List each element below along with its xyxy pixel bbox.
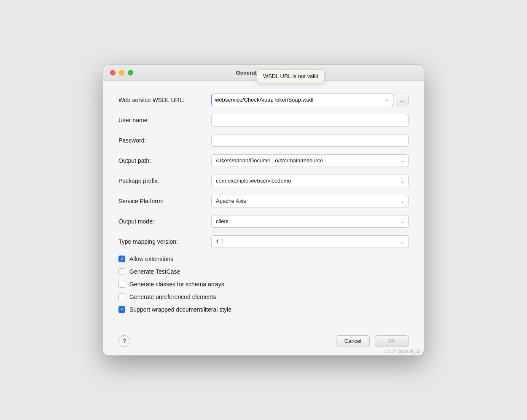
support-wrapped-label: Support wrapped document/literal style — [129, 306, 231, 313]
type-mapping-label: Type mapping version: — [118, 238, 211, 245]
form-content: Web service WSDL URL: ⌄ … User name: Pas… — [103, 81, 424, 330]
support-wrapped-checkbox[interactable] — [118, 306, 125, 313]
generate-unreferenced-checkbox[interactable] — [118, 293, 125, 300]
generate-testcase-label: Generate TestCase — [129, 268, 180, 275]
package-prefix-control: com.example.webservicedemo ⌄ — [211, 175, 409, 187]
service-platform-label: Service Platform: — [118, 198, 211, 205]
allow-extensions-label: Allow extensions — [129, 256, 173, 262]
password-label: Password: — [118, 137, 211, 144]
help-button[interactable]: ? — [118, 335, 130, 347]
wsdl-url-control: ⌄ … — [211, 94, 409, 106]
output-mode-control: client ⌄ — [211, 215, 409, 228]
generate-unreferenced-label: Generate unreferenced elements — [129, 293, 216, 300]
output-mode-label: Output mode: — [118, 218, 211, 225]
ok-button[interactable]: OK — [375, 335, 409, 347]
checkbox-generate-classes-row: Generate classes for schema arrays — [118, 281, 409, 288]
password-input[interactable] — [211, 134, 409, 147]
close-button[interactable] — [110, 70, 116, 75]
output-path-control: /Users/nanan/Docume...o/src/main/resourc… — [211, 154, 409, 167]
service-platform-control: Apache Axis ⌄ — [211, 195, 409, 207]
output-mode-select[interactable]: client — [211, 215, 409, 228]
password-control — [211, 134, 409, 147]
generate-testcase-checkbox[interactable] — [118, 268, 125, 275]
package-prefix-select[interactable]: com.example.webservicedemo — [211, 175, 409, 187]
username-input[interactable] — [211, 114, 409, 127]
checkbox-generate-unreferenced-row: Generate unreferenced elements — [118, 293, 409, 300]
type-mapping-select[interactable]: 1.1 — [211, 235, 409, 248]
generate-classes-label: Generate classes for schema arrays — [129, 281, 224, 288]
type-mapping-control: 1.1 ⌄ — [211, 235, 409, 248]
output-path-label: Output path: — [118, 157, 211, 164]
output-path-select[interactable]: /Users/nanan/Docume...o/src/main/resourc… — [211, 154, 409, 167]
dialog-footer: ? Cancel OK — [103, 330, 424, 355]
checkbox-allow-extensions-row: Allow extensions — [118, 256, 409, 262]
username-row: User name: — [118, 114, 409, 127]
checkbox-support-wrapped-row: Support wrapped document/literal style — [118, 306, 409, 313]
watermark: CSDN @South_BJ — [384, 349, 420, 354]
allow-extensions-checkbox[interactable] — [118, 256, 125, 262]
dialog-window: Generate Java Cod… WSDL URL is not valid… — [103, 65, 424, 355]
footer-buttons: Cancel OK — [336, 335, 409, 347]
traffic-lights — [110, 70, 133, 75]
package-prefix-row: Package prefix: com.example.webservicede… — [118, 175, 409, 187]
checkbox-generate-testcase-row: Generate TestCase — [118, 268, 409, 275]
username-control — [211, 114, 409, 127]
type-mapping-row: Type mapping version: 1.1 ⌄ — [118, 235, 409, 248]
wsdl-url-label: Web service WSDL URL: — [118, 97, 211, 103]
service-platform-row: Service Platform: Apache Axis ⌄ — [118, 195, 409, 207]
wsdl-url-row: Web service WSDL URL: ⌄ … — [118, 94, 409, 106]
browse-button[interactable]: … — [396, 94, 409, 106]
minimize-button[interactable] — [119, 70, 124, 75]
output-path-row: Output path: /Users/nanan/Docume...o/src… — [118, 154, 409, 167]
service-platform-select[interactable]: Apache Axis — [211, 195, 409, 207]
package-prefix-label: Package prefix: — [118, 178, 211, 184]
password-row: Password: — [118, 134, 409, 147]
maximize-button[interactable] — [128, 70, 133, 75]
wsdl-url-tooltip: WSDL URL is not valid — [257, 69, 325, 83]
output-mode-row: Output mode: client ⌄ — [118, 215, 409, 228]
cancel-button[interactable]: Cancel — [336, 335, 370, 347]
checkboxes-section: Allow extensions Generate TestCase Gener… — [118, 256, 409, 313]
username-label: User name: — [118, 117, 211, 124]
generate-classes-checkbox[interactable] — [118, 281, 125, 288]
wsdl-url-input[interactable] — [211, 94, 393, 106]
